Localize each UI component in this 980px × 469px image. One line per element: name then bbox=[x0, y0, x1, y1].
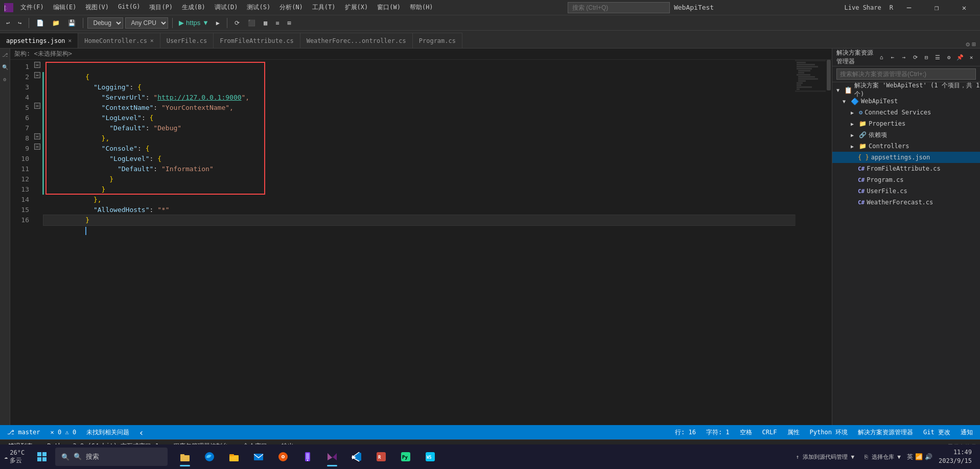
se-icon-close[interactable]: ✕ bbox=[967, 53, 976, 62]
menu-analyze[interactable]: 分析(N) bbox=[275, 2, 307, 13]
status-git-changes[interactable]: Git 更改 bbox=[920, 428, 953, 437]
menu-tools[interactable]: 工具(T) bbox=[308, 2, 340, 13]
tree-dependencies[interactable]: ▶ 🔗 依赖项 bbox=[832, 129, 980, 140]
tree-weatherforecast[interactable]: C# WeatherForecast.cs bbox=[832, 197, 980, 208]
se-icon-filter[interactable]: ☰ bbox=[933, 53, 942, 62]
se-icon-refresh[interactable]: ⟳ bbox=[911, 53, 920, 62]
tab-homecontroller-close[interactable]: ✕ bbox=[150, 37, 154, 44]
new-file-button[interactable]: 📄 bbox=[33, 18, 47, 28]
activity-search[interactable]: 🔍 bbox=[1, 63, 9, 71]
tab-weatherforecast[interactable]: WeatherForec...ontroller.cs bbox=[300, 33, 413, 48]
status-python-env[interactable]: Python 环境 bbox=[807, 428, 851, 437]
taskbar-app-phone[interactable] bbox=[296, 445, 319, 468]
menu-edit[interactable]: 编辑(E) bbox=[49, 2, 81, 13]
fold-5[interactable]: − bbox=[34, 144, 40, 150]
menu-window[interactable]: 窗口(W) bbox=[373, 2, 405, 13]
menu-file[interactable]: 文件(F) bbox=[16, 2, 48, 13]
tree-fromfileattr[interactable]: C# FromFileAttribute.cs bbox=[832, 163, 980, 174]
se-icon-home[interactable]: ⌂ bbox=[877, 53, 886, 62]
tree-userfile[interactable]: C# UserFile.cs bbox=[832, 185, 980, 197]
menu-debug[interactable]: 调试(D) bbox=[211, 2, 242, 13]
restore-button[interactable]: ❐ bbox=[925, 0, 948, 15]
tree-program[interactable]: C# Program.cs bbox=[832, 174, 980, 185]
menu-build[interactable]: 生成(B) bbox=[178, 2, 209, 13]
taskbar-app-pycharm[interactable]: Py bbox=[394, 445, 417, 468]
taskbar-app-mail[interactable] bbox=[247, 445, 270, 468]
se-icon-pin[interactable]: 📌 bbox=[955, 53, 965, 62]
cpu-dropdown[interactable]: Any CPU bbox=[125, 17, 168, 29]
taskbar-app-edge[interactable] bbox=[198, 445, 221, 468]
fold-3[interactable]: − bbox=[34, 103, 40, 109]
se-icon-settings[interactable]: ⚙ bbox=[944, 53, 953, 62]
tab-split-icon[interactable]: ⊞ bbox=[972, 40, 976, 48]
toolbar-extra-5[interactable]: ⊞ bbox=[284, 18, 294, 28]
undo-button[interactable]: ↩ bbox=[3, 18, 13, 28]
status-notifications[interactable]: 通知 bbox=[958, 428, 976, 437]
taskbar-app-folder[interactable] bbox=[223, 445, 245, 468]
toolbar-extra-1[interactable]: ⟳ bbox=[231, 18, 243, 28]
menu-project[interactable]: 项目(P) bbox=[145, 2, 177, 13]
se-icon-back[interactable]: ← bbox=[888, 53, 897, 62]
status-errors[interactable]: ✕ 0 ⚠ 0 bbox=[48, 429, 80, 436]
redo-button[interactable]: ↪ bbox=[15, 18, 25, 28]
user-avatar[interactable]: R bbox=[890, 4, 893, 11]
activity-git[interactable]: ⎇ bbox=[1, 51, 9, 59]
solution-search-input[interactable] bbox=[836, 68, 976, 80]
tab-settings-icon[interactable]: ⚙ bbox=[966, 40, 970, 48]
se-icon-forward[interactable]: → bbox=[899, 53, 908, 62]
taskbar-search[interactable]: 🔍 🔍 搜索 bbox=[55, 448, 168, 466]
add-to-source-button[interactable]: ↑ 添加到源代码管理 ▼ bbox=[792, 451, 859, 463]
code-editor[interactable]: { "Logging": { "ServerUrl": "http://127.… bbox=[43, 60, 795, 425]
system-clock[interactable]: 11:49 2023/9/15 bbox=[935, 448, 976, 465]
status-solution-explorer[interactable]: 解决方案资源管理器 bbox=[855, 428, 916, 437]
menu-view[interactable]: 视图(V) bbox=[81, 2, 113, 13]
open-folder-button[interactable]: 📁 bbox=[49, 18, 63, 28]
tray-language[interactable]: 英 bbox=[907, 453, 913, 461]
run-button[interactable]: ▶ https ▼ bbox=[177, 18, 211, 28]
tab-homecontroller[interactable]: HomeController.cs ✕ bbox=[78, 33, 160, 48]
taskbar-app-vs[interactable] bbox=[321, 445, 343, 468]
status-properties[interactable]: 属性 bbox=[784, 428, 803, 437]
vertical-scrollbar[interactable] bbox=[826, 60, 832, 425]
taskbar-app-vscode[interactable] bbox=[345, 445, 368, 468]
fold-2[interactable]: − bbox=[34, 72, 40, 78]
fold-1[interactable]: − bbox=[34, 62, 40, 68]
toolbar-extra-2[interactable]: ⬛ bbox=[245, 18, 259, 28]
toolbar-extra-4[interactable]: ≡ bbox=[272, 18, 282, 28]
taskbar-app-rider[interactable]: R bbox=[370, 445, 392, 468]
status-col[interactable]: 字符: 1 bbox=[703, 428, 733, 437]
tab-appsettings[interactable]: appsettings.json ✕ bbox=[0, 33, 78, 48]
activity-debug[interactable]: ⚙ bbox=[1, 75, 9, 83]
close-button[interactable]: ✕ bbox=[952, 0, 976, 15]
status-line[interactable]: 行: 16 bbox=[672, 428, 699, 437]
weather-widget[interactable]: ☁ 26°C 多云 bbox=[4, 449, 25, 465]
tree-appsettings[interactable]: { } appsettings.json bbox=[832, 152, 980, 163]
status-info[interactable]: 未找到相关问题 bbox=[83, 428, 132, 437]
tab-fromfileattribute[interactable]: FromFileAttribute.cs bbox=[214, 33, 300, 48]
status-spaces[interactable]: 空格 bbox=[737, 428, 755, 437]
menu-git[interactable]: Git(G) bbox=[114, 2, 144, 13]
se-icon-collapse[interactable]: ⊟ bbox=[922, 53, 931, 62]
live-share-button[interactable]: Live Share bbox=[845, 4, 881, 11]
status-encoding[interactable]: CRLF bbox=[759, 429, 780, 436]
minimize-button[interactable]: ─ bbox=[897, 0, 921, 15]
tab-userfile[interactable]: UserFile.cs bbox=[160, 33, 214, 48]
menu-extensions[interactable]: 扩展(X) bbox=[341, 2, 372, 13]
tab-program[interactable]: Program.cs bbox=[413, 33, 462, 48]
tree-connected-services[interactable]: ▶ ⚙ Connected Services bbox=[832, 107, 980, 118]
code-content[interactable]: 1 2 3 4 5 6 7 8 9 10 11 12 13 14 15 16 −… bbox=[10, 60, 832, 425]
save-button[interactable]: 💾 bbox=[65, 18, 79, 28]
debug-config-dropdown[interactable]: Debug bbox=[87, 17, 123, 29]
taskbar-app-music[interactable] bbox=[272, 445, 294, 468]
menu-help[interactable]: 帮助(H) bbox=[406, 2, 437, 13]
scrollbar-thumb[interactable] bbox=[827, 60, 831, 90]
menu-test[interactable]: 测试(S) bbox=[243, 2, 274, 13]
select-repo-button[interactable]: ⎘ 选择仓库 ▼ bbox=[860, 451, 905, 463]
tree-properties[interactable]: ▶ 📁 Properties bbox=[832, 118, 980, 129]
tree-controllers[interactable]: ▶ 📁 Controllers bbox=[832, 140, 980, 152]
solution-root[interactable]: ▼ 📋 解决方案 'WebApiTest' (1 个项目，共 1 个) bbox=[832, 84, 980, 96]
start-button[interactable] bbox=[31, 445, 53, 468]
tab-appsettings-close[interactable]: ✕ bbox=[68, 37, 72, 44]
attach-debug-button[interactable]: ▶ bbox=[213, 18, 223, 28]
toolbar-extra-3[interactable]: ▦ bbox=[261, 18, 270, 28]
